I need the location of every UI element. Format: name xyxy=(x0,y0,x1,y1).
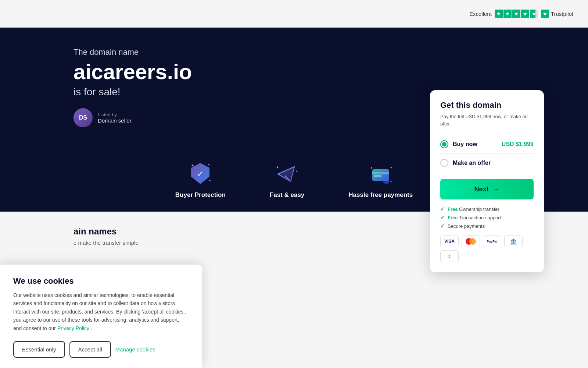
buy-now-left: Buy now xyxy=(440,140,477,148)
buy-now-option[interactable]: Buy now USD $1,999 xyxy=(440,135,534,153)
svg-text:✓: ✓ xyxy=(197,169,204,178)
svg-text:✦: ✦ xyxy=(276,165,279,169)
svg-rect-11 xyxy=(372,172,389,174)
benefit-3-text: Secure payments xyxy=(448,223,485,229)
svg-text:✦: ✦ xyxy=(390,180,392,183)
payment-icons: VISA PayPal 🏦 ₿ xyxy=(440,236,534,262)
svg-text:✦: ✦ xyxy=(295,170,298,173)
bank-icon: 🏦 xyxy=(504,236,523,247)
benefit-secure: ✓ Secure payments xyxy=(440,223,534,229)
seller-listed-by: Listed by xyxy=(98,112,132,117)
avatar-initials: DS xyxy=(79,114,87,121)
hero-domain: aicareers.io xyxy=(74,60,551,84)
cookie-buttons: Essential only Accept all Manage cookies xyxy=(13,341,189,358)
benefit-1-free: Free Ownership transfer xyxy=(448,206,499,212)
trustpilot-logo: ★ Trustpilot xyxy=(541,10,573,18)
star-4: ★ xyxy=(521,10,529,18)
cookie-title: We use cookies xyxy=(13,276,189,286)
cookie-text: Our website uses cookies and similar tec… xyxy=(13,291,189,332)
payment-icon: ✦ ✦ ✦ xyxy=(367,160,394,188)
shield-icon: ✓ ✦ ✦ ✦ xyxy=(187,160,214,188)
svg-text:✦: ✦ xyxy=(370,166,373,170)
feature-buyer-protection: ✓ ✦ ✦ ✦ Buyer Protection xyxy=(175,160,226,199)
svg-point-13 xyxy=(383,180,389,184)
trustpilot-stars: ★ ★ ★ ★ ★ xyxy=(495,10,538,18)
svg-text:✦: ✦ xyxy=(209,179,211,182)
feature-fast-easy: ✦ ✦ Fast & easy xyxy=(270,160,305,199)
paypal-icon: PayPal xyxy=(483,236,501,247)
star-2: ★ xyxy=(503,10,512,18)
star-3: ★ xyxy=(512,10,520,18)
accept-all-button[interactable]: Accept all xyxy=(69,341,111,358)
seller-name: Domain seller xyxy=(98,117,132,124)
trustpilot-brand: Trustpilot xyxy=(551,11,573,17)
benefits-list: ✓ Free Ownership transfer ✓ Free Transac… xyxy=(440,206,534,229)
make-offer-radio[interactable] xyxy=(440,159,448,167)
next-label: Next xyxy=(474,185,488,193)
trustpilot-icon: ★ xyxy=(541,10,549,18)
check-icon-1: ✓ xyxy=(440,206,445,212)
buy-now-label: Buy now xyxy=(453,141,477,148)
next-button[interactable]: Next → xyxy=(440,179,534,199)
essential-only-button[interactable]: Essential only xyxy=(13,341,65,358)
benefit-ownership: ✓ Free Ownership transfer xyxy=(440,206,534,212)
svg-text:✦: ✦ xyxy=(191,163,194,167)
feature-hassle-free: ✦ ✦ ✦ Hassle free payments xyxy=(348,160,413,199)
feature-fast-easy-label: Fast & easy xyxy=(270,191,305,199)
hero-section: The domain name aicareers.io is for sale… xyxy=(0,28,588,147)
svg-text:✦: ✦ xyxy=(208,163,210,166)
check-icon-2: ✓ xyxy=(440,215,445,220)
trustpilot-label: Excellent xyxy=(469,11,492,17)
radio-inner xyxy=(442,142,447,146)
feature-hassle-free-label: Hassle free payments xyxy=(348,191,413,199)
domain-names-section: ain names e make the transfer simple xyxy=(74,226,139,246)
make-offer-label: Make an offer xyxy=(453,160,491,166)
feature-buyer-protection-label: Buyer Protection xyxy=(175,191,226,199)
mastercard-icon xyxy=(462,236,480,247)
bitcoin-icon: ₿ xyxy=(440,250,459,262)
manage-cookies-button[interactable]: Manage cookies xyxy=(115,342,155,357)
make-offer-left: Make an offer xyxy=(440,159,491,167)
star-5: ★ xyxy=(530,10,538,18)
paper-plane-icon: ✦ ✦ xyxy=(273,160,301,188)
seller-details: Listed by Domain seller xyxy=(98,112,132,124)
card-title: Get this domain xyxy=(440,100,534,110)
buy-now-price: USD $1,999 xyxy=(502,141,534,148)
domain-names-title: ain names xyxy=(74,226,139,237)
benefit-transaction: ✓ Free Transaction support xyxy=(440,215,534,220)
arrow-right-icon: → xyxy=(492,185,500,194)
svg-rect-12 xyxy=(374,175,381,177)
buy-now-radio[interactable] xyxy=(440,140,448,148)
card-description: Pay the full USD $1,999 now, or make an … xyxy=(440,113,534,127)
cookie-banner: We use cookies Our website uses cookies … xyxy=(0,265,202,368)
header: Excellent ★ ★ ★ ★ ★ ★ Trustpilot xyxy=(0,0,588,28)
benefit-2-free: Free Transaction support xyxy=(448,215,501,220)
star-1: ★ xyxy=(495,10,503,18)
visa-icon: VISA xyxy=(440,236,459,247)
purchase-card: Get this domain Pay the full USD $1,999 … xyxy=(430,90,544,272)
make-offer-option[interactable]: Make an offer xyxy=(440,153,534,172)
check-icon-3: ✓ xyxy=(440,223,445,229)
domain-names-desc: e make the transfer simple xyxy=(74,240,139,246)
hero-subtitle: The domain name xyxy=(74,47,551,57)
svg-text:✦: ✦ xyxy=(390,166,392,169)
trustpilot-area: Excellent ★ ★ ★ ★ ★ ★ Trustpilot xyxy=(469,10,573,18)
privacy-policy-link[interactable]: Privacy Policy xyxy=(57,325,91,331)
avatar: DS xyxy=(74,108,93,127)
